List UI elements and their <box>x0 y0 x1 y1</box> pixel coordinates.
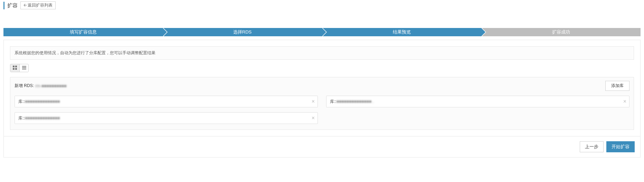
svg-rect-1 <box>15 66 17 67</box>
db-prefix: 库:: <box>18 99 25 105</box>
svg-rect-4 <box>22 66 26 67</box>
grid-icon <box>13 66 17 71</box>
db-prefix: 库:: <box>330 99 337 105</box>
db-item[interactable]: 库:: ■■■■■■■■■■■■■■ × <box>15 112 318 124</box>
db-prefix: 库:: <box>18 115 25 121</box>
add-db-button[interactable]: 添加库 <box>605 81 629 91</box>
rds-instance-id: rm-■■■■■■■■■■ <box>35 84 66 88</box>
rds-header: 新增 RDS: rm-■■■■■■■■■■ 添加库 <box>15 81 629 91</box>
svg-rect-6 <box>22 69 26 69</box>
step-label: 扩容成功 <box>552 29 570 35</box>
rds-title-prefix: 新增 RDS: <box>15 83 34 89</box>
page-title: 扩容 <box>3 2 18 9</box>
list-view-button[interactable] <box>19 64 28 72</box>
db-name: ■■■■■■■■■■■■■■ . <box>337 99 374 104</box>
svg-rect-3 <box>15 68 17 70</box>
db-name: ■■■■■■■■■■■■■■ <box>25 116 60 121</box>
step-success: 扩容成功 <box>481 28 641 36</box>
svg-rect-5 <box>22 67 26 68</box>
db-item[interactable]: 库:: ■■■■■■■■■■■■■■ × <box>15 96 318 107</box>
db-grid: 库:: ■■■■■■■■■■■■■■ × 库:: ■■■■■■■■■■■■■■ … <box>15 96 629 124</box>
svg-rect-0 <box>13 66 15 67</box>
close-icon[interactable]: × <box>623 99 626 104</box>
close-icon[interactable]: × <box>312 99 315 104</box>
svg-rect-2 <box>13 68 15 70</box>
rds-title: 新增 RDS: rm-■■■■■■■■■■ <box>15 83 66 89</box>
db-item[interactable]: 库:: ■■■■■■■■■■■■■■ . × <box>326 96 629 107</box>
db-name: ■■■■■■■■■■■■■■ <box>25 99 60 104</box>
step-select-rds: 选择RDS <box>163 28 322 36</box>
step-label: 结果预览 <box>393 29 411 35</box>
close-icon[interactable]: × <box>312 115 315 121</box>
rds-block: 新增 RDS: rm-■■■■■■■■■■ 添加库 库:: ■■■■■■■■■■… <box>10 77 634 130</box>
prev-button[interactable]: 上一步 <box>580 141 604 152</box>
back-arrow-icon <box>23 3 27 8</box>
step-result-preview: 结果预览 <box>322 28 481 36</box>
footer-actions: 上一步 开始扩容 <box>3 136 641 157</box>
main-panel: 系统根据您的使用情况，自动为您进行了分库配置，您可以手动调整配置结果 新增 RD… <box>3 40 641 136</box>
back-button-label: 返回扩容列表 <box>28 2 53 8</box>
back-button[interactable]: 返回扩容列表 <box>20 1 56 9</box>
list-icon <box>22 66 26 71</box>
stepper: 填写扩容信息 选择RDS 结果预览 扩容成功 <box>3 28 641 36</box>
start-scale-button[interactable]: 开始扩容 <box>606 141 635 152</box>
info-message: 系统根据您的使用情况，自动为您进行了分库配置，您可以手动调整配置结果 <box>10 46 634 60</box>
step-fill-info: 填写扩容信息 <box>3 28 163 36</box>
step-label: 选择RDS <box>233 29 252 35</box>
view-toggle <box>10 64 29 72</box>
grid-view-button[interactable] <box>10 64 19 72</box>
page-header: 扩容 返回扩容列表 <box>0 0 644 11</box>
step-label: 填写扩容信息 <box>70 29 97 35</box>
